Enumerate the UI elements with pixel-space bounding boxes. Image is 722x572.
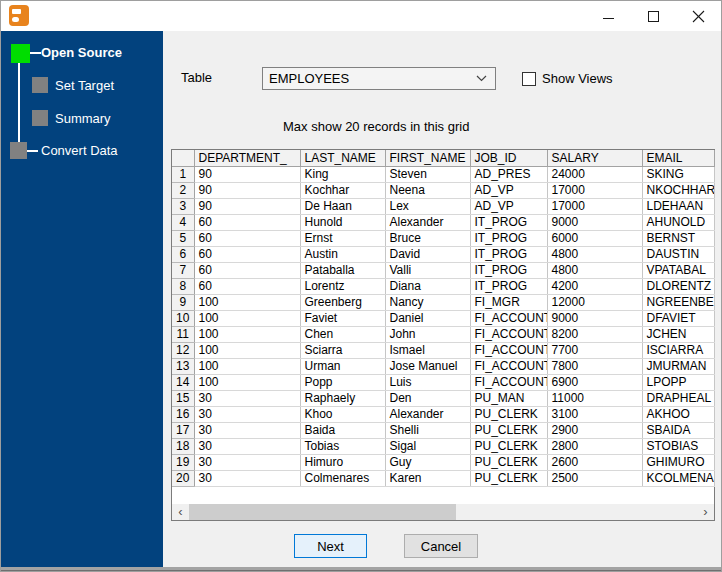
table-row[interactable]: 11100ChenJohnFI_ACCOUNT8200JCHEN bbox=[172, 326, 714, 342]
row-number-cell[interactable]: 5 bbox=[172, 230, 194, 246]
table-row[interactable]: 390De HaanLexAD_VP17000LDEHAAN bbox=[172, 198, 714, 214]
table-cell[interactable]: 3100 bbox=[547, 406, 642, 422]
table-cell[interactable]: 2600 bbox=[547, 454, 642, 470]
row-number-cell[interactable]: 2 bbox=[172, 182, 194, 198]
table-cell[interactable]: LDEHAAN bbox=[642, 198, 714, 214]
table-row[interactable]: 460HunoldAlexanderIT_PROG9000AHUNOLD bbox=[172, 214, 714, 230]
row-number-cell[interactable]: 14 bbox=[172, 374, 194, 390]
table-cell[interactable]: Diana bbox=[385, 278, 470, 294]
table-cell[interactable]: Greenberg bbox=[300, 294, 385, 310]
table-cell[interactable]: 2800 bbox=[547, 438, 642, 454]
table-row[interactable]: 12100SciarraIsmaelFI_ACCOUNT7700ISCIARRA bbox=[172, 342, 714, 358]
table-cell[interactable]: Lex bbox=[385, 198, 470, 214]
table-cell[interactable]: 30 bbox=[194, 390, 300, 406]
row-number-cell[interactable]: 18 bbox=[172, 438, 194, 454]
table-cell[interactable]: 90 bbox=[194, 166, 300, 182]
table-cell[interactable]: Alexander bbox=[385, 214, 470, 230]
table-cell[interactable]: NKOCHHAR bbox=[642, 182, 714, 198]
table-cell[interactable]: King bbox=[300, 166, 385, 182]
row-number-cell[interactable]: 6 bbox=[172, 246, 194, 262]
table-cell[interactable]: 60 bbox=[194, 214, 300, 230]
column-header[interactable]: EMAIL bbox=[642, 150, 714, 166]
table-cell[interactable]: 2900 bbox=[547, 422, 642, 438]
table-cell[interactable]: Guy bbox=[385, 454, 470, 470]
table-cell[interactable]: David bbox=[385, 246, 470, 262]
next-button[interactable]: Next bbox=[294, 534, 367, 558]
scroll-right-icon[interactable]: › bbox=[697, 504, 714, 520]
table-cell[interactable]: 9000 bbox=[547, 310, 642, 326]
table-cell[interactable]: 60 bbox=[194, 246, 300, 262]
table-cell[interactable]: ISCIARRA bbox=[642, 342, 714, 358]
table-cell[interactable]: 60 bbox=[194, 278, 300, 294]
table-cell[interactable]: IT_PROG bbox=[470, 262, 547, 278]
table-cell[interactable]: Kochhar bbox=[300, 182, 385, 198]
table-cell[interactable]: LPOPP bbox=[642, 374, 714, 390]
maximize-button[interactable] bbox=[631, 1, 676, 31]
table-cell[interactable]: Colmenares bbox=[300, 470, 385, 486]
table-cell[interactable]: JCHEN bbox=[642, 326, 714, 342]
table-cell[interactable]: IT_PROG bbox=[470, 214, 547, 230]
table-cell[interactable]: 8200 bbox=[547, 326, 642, 342]
table-row[interactable]: 9100GreenbergNancyFI_MGR12000NGREENBE bbox=[172, 294, 714, 310]
table-cell[interactable]: FI_ACCOUNT bbox=[470, 374, 547, 390]
table-cell[interactable]: KCOLMENA bbox=[642, 470, 714, 486]
row-number-cell[interactable]: 4 bbox=[172, 214, 194, 230]
column-header[interactable]: SALARY bbox=[547, 150, 642, 166]
table-cell[interactable]: 11000 bbox=[547, 390, 642, 406]
table-cell[interactable]: Popp bbox=[300, 374, 385, 390]
column-header[interactable]: JOB_ID bbox=[470, 150, 547, 166]
row-number-cell[interactable]: 9 bbox=[172, 294, 194, 310]
table-row[interactable]: 13100UrmanJose ManuelFI_ACCOUNT7800JMURM… bbox=[172, 358, 714, 374]
table-cell[interactable]: Jose Manuel bbox=[385, 358, 470, 374]
table-row[interactable]: 1930HimuroGuyPU_CLERK2600GHIMURO bbox=[172, 454, 714, 470]
table-row[interactable]: 14100PoppLuisFI_ACCOUNT6900LPOPP bbox=[172, 374, 714, 390]
table-cell[interactable]: Baida bbox=[300, 422, 385, 438]
table-cell[interactable]: PU_CLERK bbox=[470, 454, 547, 470]
table-cell[interactable]: PU_CLERK bbox=[470, 422, 547, 438]
table-cell[interactable]: SKING bbox=[642, 166, 714, 182]
table-cell[interactable]: DRAPHEAL bbox=[642, 390, 714, 406]
table-cell[interactable]: Sciarra bbox=[300, 342, 385, 358]
table-cell[interactable]: NGREENBE bbox=[642, 294, 714, 310]
table-cell[interactable]: STOBIAS bbox=[642, 438, 714, 454]
table-cell[interactable]: Alexander bbox=[385, 406, 470, 422]
table-cell[interactable]: AKHOO bbox=[642, 406, 714, 422]
table-cell[interactable]: Lorentz bbox=[300, 278, 385, 294]
table-cell[interactable]: John bbox=[385, 326, 470, 342]
table-cell[interactable]: Shelli bbox=[385, 422, 470, 438]
row-number-cell[interactable]: 13 bbox=[172, 358, 194, 374]
table-row[interactable]: 2030ColmenaresKarenPU_CLERK2500KCOLMENA bbox=[172, 470, 714, 486]
column-header[interactable]: DEPARTMENT_ bbox=[194, 150, 300, 166]
table-cell[interactable]: 60 bbox=[194, 230, 300, 246]
table-cell[interactable]: 90 bbox=[194, 182, 300, 198]
table-cell[interactable]: Ernst bbox=[300, 230, 385, 246]
table-row[interactable]: 560ErnstBruceIT_PROG6000BERNST bbox=[172, 230, 714, 246]
column-header[interactable]: FIRST_NAME bbox=[385, 150, 470, 166]
table-cell[interactable]: Pataballa bbox=[300, 262, 385, 278]
table-cell[interactable]: 30 bbox=[194, 438, 300, 454]
table-cell[interactable]: 7800 bbox=[547, 358, 642, 374]
table-row[interactable]: 1730BaidaShelliPU_CLERK2900SBAIDA bbox=[172, 422, 714, 438]
table-cell[interactable]: 7700 bbox=[547, 342, 642, 358]
table-cell[interactable]: BERNST bbox=[642, 230, 714, 246]
table-cell[interactable]: 4200 bbox=[547, 278, 642, 294]
table-cell[interactable]: PU_CLERK bbox=[470, 438, 547, 454]
table-cell[interactable]: FI_ACCOUNT bbox=[470, 342, 547, 358]
table-cell[interactable]: PU_CLERK bbox=[470, 470, 547, 486]
table-cell[interactable]: 90 bbox=[194, 198, 300, 214]
table-cell[interactable]: FI_ACCOUNT bbox=[470, 358, 547, 374]
table-cell[interactable]: IT_PROG bbox=[470, 246, 547, 262]
table-cell[interactable]: AHUNOLD bbox=[642, 214, 714, 230]
table-cell[interactable]: 6000 bbox=[547, 230, 642, 246]
table-cell[interactable]: 17000 bbox=[547, 198, 642, 214]
table-cell[interactable]: Den bbox=[385, 390, 470, 406]
row-number-cell[interactable]: 12 bbox=[172, 342, 194, 358]
row-number-cell[interactable]: 17 bbox=[172, 422, 194, 438]
table-cell[interactable]: SBAIDA bbox=[642, 422, 714, 438]
table-cell[interactable]: 100 bbox=[194, 310, 300, 326]
table-cell[interactable]: Urman bbox=[300, 358, 385, 374]
table-cell[interactable]: 4800 bbox=[547, 246, 642, 262]
table-cell[interactable]: AD_PRES bbox=[470, 166, 547, 182]
table-cell[interactable]: 24000 bbox=[547, 166, 642, 182]
table-cell[interactable]: 30 bbox=[194, 470, 300, 486]
